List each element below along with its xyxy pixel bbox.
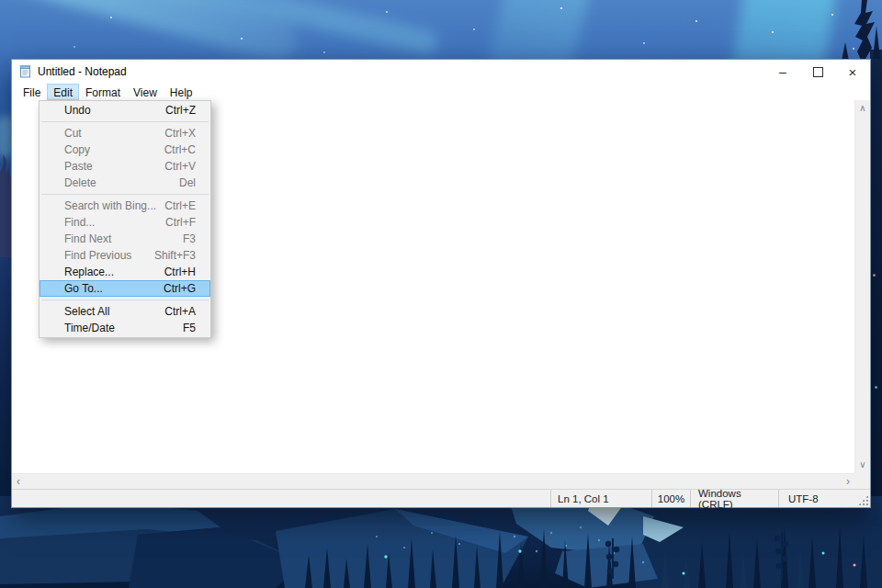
scroll-down-icon[interactable]: ∨ [855, 460, 870, 469]
scroll-left-icon[interactable]: ‹ [17, 477, 20, 486]
menu-item-time-date[interactable]: Time/DateF5 [40, 320, 210, 336]
menu-item-undo[interactable]: UndoCtrl+Z [40, 102, 210, 119]
horizontal-scrollbar[interactable]: ‹ › [12, 473, 854, 489]
glow-dot [875, 386, 877, 389]
edit-dropdown-menu: UndoCtrl+Z CutCtrl+X CopyCtrl+C PasteCtr… [39, 100, 211, 338]
status-line-ending: Windows (CRLF) [690, 490, 778, 507]
minimize-button[interactable]: – [765, 60, 800, 84]
menu-separator [41, 300, 209, 300]
menu-item-cut: CutCtrl+X [40, 125, 210, 141]
status-cursor-position: Ln 1, Col 1 [550, 490, 651, 507]
menu-file[interactable]: File [17, 84, 47, 100]
menu-item-find-next: Find NextF3 [40, 231, 210, 247]
status-encoding: UTF-8 [778, 490, 870, 507]
glow-dot [873, 274, 876, 277]
desktop: Untitled - Notepad – × File Edit Format … [0, 0, 882, 588]
menu-item-find-previous: Find PreviousShift+F3 [40, 247, 210, 264]
close-icon: × [849, 65, 857, 79]
menu-item-select-all[interactable]: Select AllCtrl+A [40, 303, 210, 320]
title-bar[interactable]: Untitled - Notepad – × [12, 60, 870, 84]
vertical-scrollbar[interactable]: ∧ ∨ [854, 100, 870, 473]
maximize-button[interactable] [800, 60, 835, 84]
menu-item-replace[interactable]: Replace...Ctrl+H [40, 264, 210, 280]
scrollbar-corner [854, 473, 870, 489]
scroll-right-icon[interactable]: › [846, 477, 850, 486]
landscape-illustration [0, 496, 882, 588]
minimize-icon: – [779, 65, 786, 78]
menu-help[interactable]: Help [164, 84, 199, 100]
window-title: Untitled - Notepad [38, 65, 127, 78]
status-zoom-level: 100% [651, 490, 690, 507]
menu-format[interactable]: Format [79, 84, 127, 100]
notepad-icon[interactable] [19, 65, 32, 78]
status-spacer [12, 490, 550, 507]
scroll-up-icon[interactable]: ∧ [855, 104, 870, 113]
stars [0, 0, 2, 2]
menu-item-find: Find...Ctrl+F [40, 214, 210, 231]
distant-skyline [0, 154, 11, 257]
menu-item-search-with-bing: Search with Bing...Ctrl+E [40, 198, 210, 214]
menu-bar: File Edit Format View Help [12, 84, 870, 100]
menu-edit[interactable]: Edit [47, 84, 79, 100]
menu-item-copy: CopyCtrl+C [40, 141, 210, 158]
menu-view[interactable]: View [127, 84, 164, 100]
menu-item-go-to[interactable]: Go To...Ctrl+G [40, 280, 210, 297]
menu-separator [41, 121, 209, 122]
menu-item-paste: PasteCtrl+V [40, 158, 210, 175]
menu-separator [41, 194, 209, 195]
status-bar: Ln 1, Col 1 100% Windows (CRLF) UTF-8 [12, 489, 870, 507]
close-button[interactable]: × [835, 60, 870, 84]
menu-item-delete: DeleteDel [40, 175, 210, 191]
maximize-icon [813, 67, 823, 77]
notepad-window: Untitled - Notepad – × File Edit Format … [11, 59, 871, 508]
